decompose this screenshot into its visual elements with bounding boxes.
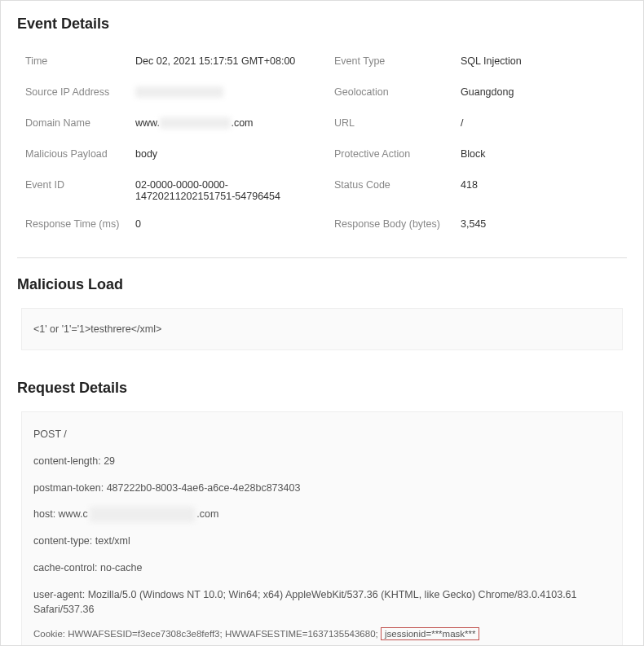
event-type-label: Event Type bbox=[334, 55, 461, 67]
malicious-load-title: Malicious Load bbox=[17, 276, 627, 293]
geolocation-label: Geolocation bbox=[334, 86, 461, 98]
malicious-load-content: <1' or '1'='1>testhrere</xml> bbox=[33, 323, 161, 335]
response-body-label: Response Body (bytes) bbox=[334, 218, 461, 230]
detail-row-protective-action: Protective Action Block bbox=[334, 140, 627, 171]
detail-row-source-ip: Source IP Address hidden bbox=[25, 78, 318, 109]
time-label: Time bbox=[25, 55, 135, 67]
cookie-prefix: Cookie: HWWAFSESID=f3ece7308c3e8feff3; H… bbox=[33, 629, 378, 639]
geolocation-value: Guangdong bbox=[461, 86, 522, 98]
event-details-grid: Time Dec 02, 2021 15:17:51 GMT+08:00 Eve… bbox=[17, 47, 627, 241]
event-details-panel: Event Details Time Dec 02, 2021 15:17:51… bbox=[1, 1, 643, 646]
detail-row-response-body: Response Body (bytes) 3,545 bbox=[334, 210, 627, 241]
request-details-title: Request Details bbox=[17, 380, 627, 397]
detail-row-geolocation: Geolocation Guangdong bbox=[334, 78, 627, 109]
response-time-label: Response Time (ms) bbox=[25, 218, 135, 230]
cookie-masked-highlight: jsessionid=***mask*** bbox=[381, 627, 480, 640]
source-ip-label: Source IP Address bbox=[25, 86, 135, 98]
status-code-value: 418 bbox=[461, 179, 486, 191]
event-details-title: Event Details bbox=[17, 15, 627, 33]
request-line-content-type: content-type: text/xml bbox=[33, 534, 611, 549]
event-type-value: SQL Injection bbox=[461, 55, 530, 67]
section-divider bbox=[17, 257, 627, 258]
protective-action-value: Block bbox=[461, 148, 494, 160]
detail-row-event-type: Event Type SQL Injection bbox=[334, 47, 627, 78]
detail-row-status-code: Status Code 418 bbox=[334, 171, 627, 210]
event-id-label: Event ID bbox=[25, 179, 135, 191]
request-line-cache-control: cache-control: no-cache bbox=[33, 560, 611, 576]
request-line-host: host: www.chiddenhostxx.com bbox=[33, 507, 611, 522]
request-line-content-length: content-length: 29 bbox=[33, 454, 611, 469]
detail-row-event-id: Event ID 02-0000-0000-0000-1472021120215… bbox=[25, 171, 318, 210]
request-details-box: POST / content-length: 29 postman-token:… bbox=[21, 411, 623, 646]
url-value: / bbox=[461, 117, 471, 129]
response-time-value: 0 bbox=[135, 218, 149, 230]
detail-row-domain-name: Domain Name www.hidden.com bbox=[25, 109, 318, 140]
request-line-postman-token: postman-token: 487222b0-8003-4ae6-a6ce-4… bbox=[33, 481, 611, 496]
response-body-value: 3,545 bbox=[461, 218, 494, 230]
request-line-user-agent: user-agent: Mozilla/5.0 (Windows NT 10.0… bbox=[33, 587, 611, 618]
payload-label: Malicious Payload bbox=[25, 148, 135, 160]
payload-value: body bbox=[135, 148, 165, 160]
protective-action-label: Protective Action bbox=[334, 148, 461, 160]
time-value: Dec 02, 2021 15:17:51 GMT+08:00 bbox=[135, 55, 303, 67]
request-line-cookie: Cookie: HWWAFSESID=f3ece7308c3e8feff3; H… bbox=[33, 629, 611, 639]
detail-row-payload: Malicious Payload body bbox=[25, 140, 318, 171]
malicious-load-box: <1' or '1'='1>testhrere</xml> bbox=[21, 308, 623, 350]
status-code-label: Status Code bbox=[334, 179, 461, 191]
event-id-value: 02-0000-0000-0000-14720211202151751-5479… bbox=[135, 179, 307, 202]
source-ip-value: hidden bbox=[135, 86, 232, 98]
detail-row-time: Time Dec 02, 2021 15:17:51 GMT+08:00 bbox=[25, 47, 318, 78]
domain-name-label: Domain Name bbox=[25, 117, 135, 129]
detail-row-url: URL / bbox=[334, 109, 627, 140]
domain-name-value: www.hidden.com bbox=[135, 117, 262, 129]
url-label: URL bbox=[334, 117, 461, 129]
request-line-method: POST / bbox=[33, 427, 611, 442]
detail-row-response-time: Response Time (ms) 0 bbox=[25, 210, 318, 241]
